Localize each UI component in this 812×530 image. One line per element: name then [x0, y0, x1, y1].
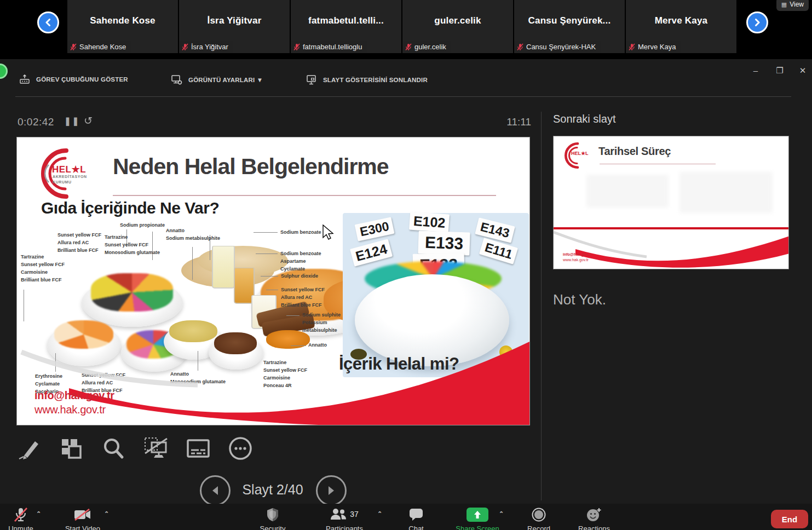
speaker-notes: Not Yok. [553, 291, 606, 308]
mouse-cursor [322, 224, 334, 241]
pen-icon [16, 436, 42, 461]
mic-muted-icon [405, 43, 412, 51]
participants-strip: Sahende Kose Sahende Kose İsra Yiğitvar … [0, 0, 812, 53]
slide-sorter-button[interactable] [56, 434, 86, 463]
mic-muted-icon [293, 43, 300, 51]
participant-tile[interactable]: fatmabetul.telli... fatmabetul.tellioglu [291, 0, 401, 53]
chevron-right-icon [753, 19, 761, 26]
slide-sorter-icon [59, 436, 84, 461]
contact-email: info@hak.gov.tr [34, 389, 114, 402]
slideshow-timer: 0:02:42 [18, 116, 54, 128]
participant-tile[interactable]: İsra Yiğitvar İsra Yiğitvar [179, 0, 290, 53]
record-button[interactable]: Record [527, 504, 551, 522]
mic-muted-icon [14, 507, 28, 522]
next-slide-heading: Sonraki slayt [553, 113, 616, 125]
restart-timer-button[interactable]: ↻ [84, 114, 93, 127]
next-arrow-icon [327, 486, 336, 496]
unmute-button[interactable]: Unmute [10, 504, 32, 522]
chevron-left-icon [44, 19, 52, 26]
pause-timer-button[interactable]: ❚❚ [64, 116, 80, 126]
mic-muted-icon [517, 43, 523, 51]
participant-label: Sahende Kose [67, 41, 131, 53]
participant-label: fatmabetul.tellioglu [291, 41, 367, 53]
contact-website: www.hak.gov.tr [34, 404, 106, 416]
previous-arrow-icon [211, 486, 220, 496]
reactions-button[interactable]: Reactions [578, 504, 611, 522]
participants-count: 37 [350, 510, 359, 519]
record-icon [532, 508, 546, 522]
current-time: 11:11 [490, 116, 531, 128]
participant-label: Cansu Şenyürek-HAK [514, 41, 601, 53]
participant-label: Merve Kaya [626, 41, 681, 53]
divider [15, 96, 791, 97]
end-meeting-button[interactable]: End [771, 510, 808, 528]
pen-tool-button[interactable] [14, 434, 44, 463]
chat-button[interactable]: Chat [404, 504, 428, 521]
participant-name: Sahende Kose [67, 15, 178, 26]
shield-icon [266, 508, 279, 522]
video-options-chevron[interactable]: ⌃ [104, 510, 109, 517]
panel-divider [541, 112, 542, 500]
participant-label: guler.celik [402, 41, 451, 53]
slide-counter: Slayt 2/40 [229, 482, 316, 498]
start-video-button[interactable]: Start Video [67, 504, 99, 521]
share-arrow-icon [474, 510, 481, 519]
scroll-participants-right-button[interactable] [746, 11, 768, 33]
chat-icon [409, 508, 423, 521]
participant-label: İsra Yiğitvar [179, 41, 233, 53]
restore-button[interactable]: ❐ [771, 66, 788, 76]
participant-tile[interactable]: Merve Kaya Merve Kaya [626, 0, 736, 53]
view-button[interactable]: ▦ View [776, 0, 809, 11]
more-options-button[interactable] [226, 434, 255, 463]
camera-muted-icon [73, 509, 92, 521]
next-slide-button[interactable] [316, 475, 347, 506]
magnifier-icon [101, 436, 126, 461]
end-slideshow-button[interactable]: SLAYT GÖSTERİSİNİ SONLANDIR [306, 74, 428, 85]
participant-name: fatmabetul.telli... [291, 15, 401, 26]
current-slide: HEL★L AKREDİTASYON KURUMU Neden Helal Be… [16, 137, 530, 425]
participant-name: guler.celik [402, 15, 513, 26]
security-button[interactable]: Security [261, 504, 285, 522]
display-settings-icon [171, 74, 183, 85]
participants-icon [330, 508, 347, 520]
slide-question: İçerik Helal mi? [339, 354, 459, 374]
more-options-icon [227, 435, 254, 462]
thumb-contact-website: www.hak.gov.tr [563, 258, 589, 262]
thumb-contact-email: info@hak.gov.tr [563, 252, 592, 256]
taskbar-icon [19, 74, 31, 84]
mic-muted-icon [182, 43, 188, 51]
mic-muted-icon [629, 43, 635, 51]
participant-tile[interactable]: guler.celik guler.celik [402, 0, 513, 53]
share-options-chevron[interactable]: ⌃ [499, 510, 504, 517]
subtitles-button[interactable] [183, 434, 213, 463]
black-screen-button[interactable] [141, 434, 171, 463]
zoom-slide-button[interactable] [99, 434, 128, 463]
thumb-swoosh [554, 136, 789, 269]
participant-tile[interactable]: Sahende Kose Sahende Kose [67, 0, 178, 53]
share-screen-button[interactable]: Share Screen [454, 504, 500, 522]
participants-button[interactable]: 37 Participants [326, 504, 362, 520]
next-slide-thumbnail[interactable]: HEL★L Tarihsel Süreç info@hak.gov.tr www… [553, 136, 789, 269]
meeting-toolbar: Unmute ⌃ Start Video ⌃ Security 37 [0, 504, 812, 530]
screen-share-indicator-icon [0, 64, 8, 79]
presenter-window: – ❐ ✕ GÖREV ÇUBUĞUNU GÖSTER GÖRÜNTÜ AYAR… [0, 59, 812, 504]
end-slideshow-icon [306, 74, 318, 85]
scroll-participants-left-button[interactable] [37, 11, 59, 33]
display-settings-button[interactable]: GÖRÜNTÜ AYARLARI ▼ [171, 74, 263, 85]
participant-tile[interactable]: Cansu Şenyürek... Cansu Şenyürek-HAK [514, 0, 625, 53]
mic-muted-icon [70, 43, 77, 51]
previous-slide-button[interactable] [200, 475, 231, 506]
participant-name: Merve Kaya [626, 15, 736, 26]
subtitles-icon [185, 436, 211, 461]
minimize-button[interactable]: – [747, 66, 764, 75]
reactions-smiley-icon [586, 508, 602, 522]
participant-name: Cansu Şenyürek... [514, 15, 625, 26]
black-screen-icon [143, 436, 169, 461]
show-taskbar-button[interactable]: GÖREV ÇUBUĞUNU GÖSTER [19, 74, 128, 84]
audio-options-chevron[interactable]: ⌃ [36, 510, 41, 517]
participants-options-chevron[interactable]: ⌃ [377, 510, 382, 517]
grid-view-icon: ▦ [781, 2, 787, 8]
close-button[interactable]: ✕ [794, 66, 811, 76]
red-swoosh [17, 137, 530, 425]
participant-name: İsra Yiğitvar [179, 15, 290, 26]
